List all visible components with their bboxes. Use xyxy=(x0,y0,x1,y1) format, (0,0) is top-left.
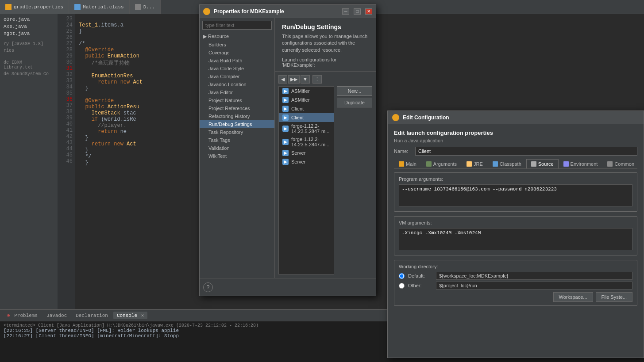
edit-header-title: Edit launch configuration properties xyxy=(394,130,637,136)
launch-client-1[interactable]: ▶ Client xyxy=(279,104,334,113)
cp-tab-icon xyxy=(493,161,498,167)
list-and-btns: ▶ ASMifier ▶ ASMifier ▶ Client ▶ xyxy=(278,86,372,274)
nav-arrows: ◀ ▶▶ ▼ xyxy=(278,75,310,84)
config-tab-classpath[interactable]: Classpath xyxy=(488,159,526,168)
launch-server-2[interactable]: ▶ Server xyxy=(279,157,334,166)
vm-args-input[interactable]: -Xincgc -Xmx1024M -Xms1024M xyxy=(399,228,632,250)
other-row: Other: xyxy=(399,282,632,290)
label-ibxm: de IBXM Library.txt xyxy=(2,59,56,71)
tree-project-references[interactable]: Project References xyxy=(200,104,274,112)
new-btn[interactable]: New... xyxy=(337,86,372,96)
tab-d[interactable]: D... xyxy=(130,0,161,14)
config-tab-common[interactable]: Common xyxy=(602,159,639,168)
launch-list[interactable]: ▶ ASMifier ▶ ASMifier ▶ Client ▶ xyxy=(278,86,334,274)
launch-asmifier-1[interactable]: ▶ ASMifier xyxy=(279,87,334,95)
tab-javadoc[interactable]: Javadoc xyxy=(43,312,70,319)
other-input[interactable] xyxy=(436,282,632,290)
filter-input[interactable] xyxy=(202,21,272,30)
launch-icon-8: ▶ xyxy=(282,159,289,165)
tree-java-editor[interactable]: Java Editor xyxy=(200,88,274,96)
properties-tree: ▶ Resource Builders Coverage Java Build … xyxy=(200,18,275,278)
launch-forge-2[interactable]: ▶ forge-1.12.2-14.23.5.2847-m... xyxy=(279,135,334,149)
workdir-box: Working directory: Default: Other: Works… xyxy=(394,260,637,306)
sidebar-oore[interactable]: oOre.java xyxy=(2,16,56,23)
sidebar-axe[interactable]: Axe.java xyxy=(2,23,56,30)
other-label: Other: xyxy=(408,283,432,288)
tree-java-code-style[interactable]: Java Code Style xyxy=(200,65,274,72)
workspace-btn[interactable]: Workspace... xyxy=(553,292,593,302)
properties-maximize-btn[interactable]: □ xyxy=(354,8,361,15)
properties-footer: ? xyxy=(200,278,376,296)
launch-asmifier-2[interactable]: ▶ ASMifier xyxy=(279,95,334,104)
sidebar-ingot[interactable]: ngot.java xyxy=(2,30,56,37)
launch-server-1[interactable]: ▶ Server xyxy=(279,149,334,157)
menu-btn[interactable]: ⋮ xyxy=(312,75,322,84)
console-close-icon[interactable]: ✕ xyxy=(141,313,144,318)
tab-material[interactable]: Material.class xyxy=(69,0,129,14)
edit-title-icon xyxy=(392,114,399,121)
program-args-legend: Program arguments: xyxy=(399,176,632,182)
tree-task-tags[interactable]: Task Tags xyxy=(200,136,274,144)
nav-back-btn[interactable]: ◀ xyxy=(278,75,287,84)
default-input[interactable] xyxy=(436,272,632,280)
properties-minimize-btn[interactable]: ─ xyxy=(342,8,349,15)
tree-java-compiler[interactable]: Java Compiler xyxy=(200,72,274,80)
tab-console[interactable]: Console ✕ xyxy=(113,312,147,319)
workdir-buttons: Workspace... File Syste... xyxy=(399,292,632,302)
program-args-input[interactable]: --username 18373466156@163.com --passwor… xyxy=(399,184,632,206)
tab-icon-gradle xyxy=(5,4,12,10)
panel-body: ◀ ▶▶ ▼ ⋮ ▶ ASMifier ▶ ASMifier xyxy=(275,72,376,278)
tree-project-natures[interactable]: Project Natures xyxy=(200,96,274,104)
properties-body: ▶ Resource Builders Coverage Java Build … xyxy=(200,18,376,278)
tree-task-repo[interactable]: Task Repository xyxy=(200,128,274,136)
launch-icon-2: ▶ xyxy=(282,97,289,103)
properties-content: Run/Debug Settings This page allows you … xyxy=(275,18,376,278)
edit-body: Edit launch configuration properties Run… xyxy=(388,124,644,358)
default-label: Default: xyxy=(408,273,432,278)
config-tab-main[interactable]: Main xyxy=(394,159,421,168)
tab-declaration[interactable]: Declaration xyxy=(72,312,112,319)
config-content: Program arguments: --username 1837346615… xyxy=(394,172,637,352)
tree-javadoc-location[interactable]: Javadoc Location xyxy=(200,80,274,88)
tab-problems[interactable]: ⊗ Problems xyxy=(4,312,41,319)
env-tab-icon xyxy=(563,161,569,167)
help-icon[interactable]: ? xyxy=(203,282,213,292)
default-radio[interactable] xyxy=(399,273,405,279)
tree-items: ▶ Resource Builders Coverage Java Build … xyxy=(200,32,274,278)
properties-title-text: Properties for MDKExample xyxy=(214,8,338,15)
name-label: Name: xyxy=(394,149,412,154)
label-ries: ries xyxy=(2,47,56,54)
nav-up-btn[interactable]: ▼ xyxy=(301,75,310,84)
file-system-btn[interactable]: File Syste... xyxy=(596,292,632,302)
launch-icon-7: ▶ xyxy=(282,150,289,156)
file-sidebar: oOre.java Axe.java ngot.java ry [JavaSE-… xyxy=(0,14,58,309)
tree-builders[interactable]: Builders xyxy=(200,41,274,49)
nav-buttons: ◀ ▶▶ ▼ ⋮ xyxy=(278,75,372,84)
launch-icon-4: ▶ xyxy=(282,114,289,121)
tree-resource[interactable]: ▶ Resource xyxy=(200,32,274,41)
nav-forward-btn[interactable]: ▶▶ xyxy=(288,75,300,84)
tree-java-build-path[interactable]: Java Build Path xyxy=(200,57,274,65)
tree-validation[interactable]: Validation xyxy=(200,144,274,152)
label-java-se: ry [JavaSE-1.8] xyxy=(2,41,56,47)
duplicate-btn[interactable]: Duplicate xyxy=(337,98,372,107)
properties-title-icon xyxy=(203,8,210,15)
other-radio[interactable] xyxy=(399,283,405,289)
jre-tab-icon xyxy=(467,161,472,167)
name-input[interactable] xyxy=(415,147,637,156)
tree-coverage[interactable]: Coverage xyxy=(200,49,274,57)
panel-header: Run/Debug Settings This page allows you … xyxy=(275,18,376,72)
config-tab-source[interactable]: Source xyxy=(526,159,559,168)
properties-close-btn[interactable]: ✕ xyxy=(365,8,372,15)
launch-client-2[interactable]: ▶ Client xyxy=(279,113,334,122)
tree-wikitext[interactable]: WikiText xyxy=(200,152,274,160)
args-tab-icon xyxy=(426,161,432,167)
config-tab-environment[interactable]: Environment xyxy=(559,159,603,168)
config-tab-arguments[interactable]: Arguments xyxy=(421,159,462,168)
tree-refactoring[interactable]: Refactoring History xyxy=(200,112,274,120)
config-tab-jre[interactable]: JRE xyxy=(462,159,488,168)
side-buttons: New... Duplicate xyxy=(337,86,372,274)
launch-forge-1[interactable]: ▶ forge-1.12.2-14.23.5.2847-m... xyxy=(279,122,334,135)
tab-gradle[interactable]: gradle.properties xyxy=(0,0,69,14)
tree-run-debug[interactable]: Run/Debug Settings xyxy=(200,120,274,128)
